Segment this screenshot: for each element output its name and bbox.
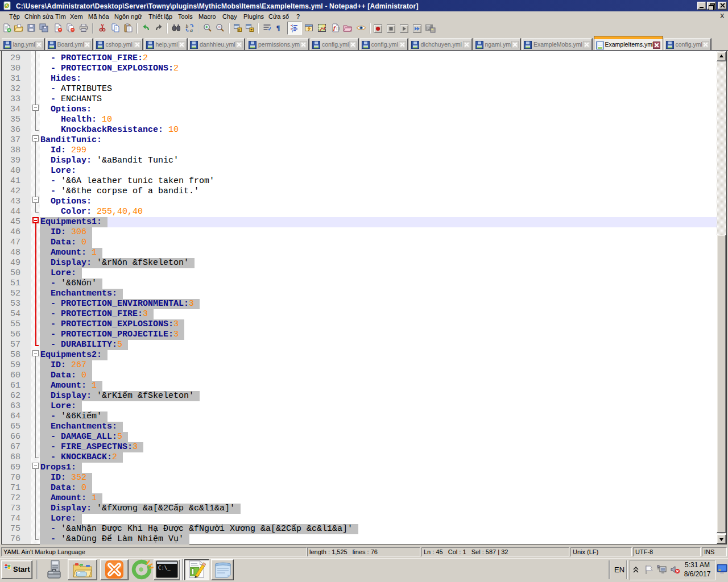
svg-text:a: a xyxy=(191,27,193,32)
svg-text:{}: {} xyxy=(336,26,341,31)
svg-text:b: b xyxy=(186,23,189,29)
svg-text:C:\_: C:\_ xyxy=(158,565,171,571)
svg-text:¶: ¶ xyxy=(276,24,280,32)
